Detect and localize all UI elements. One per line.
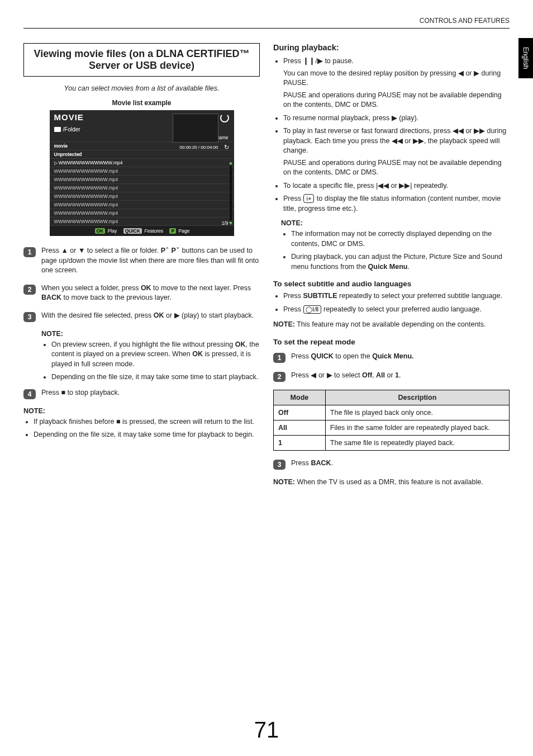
list-item: Depending on the file size, it may take … [34,430,260,440]
table-row: AllFiles in the same folder are repeated… [274,420,510,435]
table-header-mode: Mode [274,390,326,405]
step-number: 4 [23,389,36,399]
osd-page-count: 1/9 [222,220,229,226]
up-icon: ▲ [61,247,68,254]
table-row: OffThe file is played back only once. [274,405,510,420]
quick-key-icon: QUICK [123,228,142,234]
stop-icon: ■ [61,389,65,396]
note-heading: NOTE: [23,407,260,415]
repeat-step-2: 2 Press ◀ or ▶ to select Off, All or 1. [273,371,510,382]
osd-folder-label: /Folder [63,126,80,133]
list-item: Press i+ to display the file status info… [283,194,510,214]
play-icon: ▶ [174,311,180,319]
table-row: 1The same file is repeatedly played back… [274,435,510,450]
step-number: 2 [23,285,36,295]
list-item: To resume normal playback, press ▶ (play… [283,114,510,124]
loading-icon [220,114,229,122]
fastforward-icon: ▶▶ [413,137,424,145]
osd-row: WWWWWWWWWWWW.mp4 [50,209,234,218]
step-text: When you select a folder, press OK to mo… [41,284,260,303]
osd-row: Unprotected [50,150,234,159]
list-item: Press ◯Ⅰ/Ⅱ repeatedly to select your pre… [283,305,510,315]
osd-row: WWWWWWWWWWWW.mp4 [50,167,234,176]
mode-cell: 1 [274,435,326,450]
feature-title: Viewing movie files (on a DLNA CERTIFIED… [30,48,254,72]
list-item: Press ❙❙/▶ to pause. You can move to the… [283,56,510,110]
step-text: Press ▲ or ▼ to select a file or folder.… [41,246,260,276]
osd-row: WWWWWWWWWWWW.mp4 [50,184,234,192]
pause-play-icon: ❙❙/▶ [303,57,322,65]
page-section-header: CONTROLS AND FEATURES [23,17,510,29]
info-button-icon: i+ [303,194,314,203]
mode-cell: All [274,420,326,435]
right-icon: ▶ [327,371,332,379]
subtitle-audio-heading: To select subtitle and audio languages [273,280,510,288]
desc-cell: Files in the same folder are repeatedly … [325,420,509,435]
list-item: Depending on the file size, it may take … [51,372,260,382]
note-heading: NOTE: [281,219,510,227]
down-icon: ▼ [78,247,85,254]
subtitle-audio-list: Press SUBTITLE repeatedly to select your… [273,291,510,314]
example-caption: Movie list example [23,99,260,107]
list-item: To play in fast reverse or fast forward … [283,126,510,178]
mode-cell: Off [274,405,326,420]
step-number: 1 [273,353,285,363]
note-list: If playback finishes before ■ is pressed… [23,417,260,440]
osd-row: WWWWWWWWWWWW.mp4 [50,192,234,201]
osd-page-label: Page [179,228,190,234]
playback-list: Press ❙❙/▶ to pause. You can move to the… [273,56,510,214]
osd-features-label: Features [144,228,163,234]
step-text: Press BACK. [291,459,333,470]
movie-list-osd: MOVIE /Folder 00:00:20 / 00:04:00 ↻ Sort… [50,110,234,236]
feature-intro: You can select movies from a list of ava… [23,84,260,92]
step-number: 3 [273,460,285,470]
left-icon: ◀ [458,69,464,77]
list-item: The information may not be correctly dis… [291,229,510,249]
up-chevron-icon: ˄ [165,247,169,254]
note-list: The information may not be correctly dis… [281,229,510,272]
skip-back-icon: |◀◀ [376,182,389,190]
osd-row: WWWWWWWWWWWW.mp4 [50,201,234,209]
step-text: Press ■ to stop playback. [41,388,120,399]
desc-cell: The file is played back only once. [325,405,509,420]
step-text: Press ◀ or ▶ to select Off, All or 1. [291,371,401,382]
language-tab: English [518,38,533,78]
step-3: 3 With the desired file selected, press … [23,311,260,322]
step-number: 3 [23,312,36,322]
fastforward-icon: ▶▶ [474,127,485,135]
osd-row-list: movieUnprotectedWWWWWWWWWWWW.mp4WWWWWWWW… [50,141,234,226]
step-number: 2 [273,372,285,382]
osd-row: WWWWWWWWWWWW.mp4 [50,159,234,167]
desc-cell: The same file is repeatedly played back. [325,435,509,450]
repeat-step-3: 3 Press BACK. [273,459,510,470]
repeat-icon: ↻ [224,144,229,151]
list-item: Press SUBTITLE repeatedly to select your… [283,291,510,301]
repeat-mode-heading: To set the repeat mode [273,338,510,346]
rewind-icon: ◀◀ [392,137,403,145]
step-number: 1 [23,247,36,257]
right-icon: ▶ [474,69,479,77]
note-list: On preview screen, if you highlight the … [41,340,260,382]
osd-preview-thumb [173,114,218,143]
play-icon: ▶ [392,114,397,122]
osd-title: MOVIE [54,112,84,122]
step-1: 1 Press ▲ or ▼ to select a file or folde… [23,246,260,276]
repeat-note: NOTE: When the TV is used as a DMR, this… [273,478,510,488]
osd-play-label: Play [108,228,117,234]
step-text: With the desired file selected, press OK… [41,311,254,322]
osd-time: 00:00:20 / 00:04:00 [180,145,218,150]
skip-forward-icon: ▶▶| [399,182,412,190]
feature-title-box: Viewing movie files (on a DLNA CERTIFIED… [23,43,260,77]
osd-row: WWWWWWWWWWWW.mp4 [50,176,234,184]
table-header-desc: Description [325,390,509,405]
osd-scrollbar [229,162,232,225]
step-4: 4 Press ■ to stop playback. [23,388,260,399]
list-item: To locate a specific file, press |◀◀ or … [283,181,510,191]
list-item: On preview screen, if you highlight the … [51,340,260,370]
p-key-icon: P [169,228,176,234]
folder-icon [54,127,61,132]
step-text: Press QUICK to open the Quick Menu. [291,352,414,363]
repeat-mode-table: Mode Description OffThe file is played b… [273,390,510,451]
page-number: 71 [0,717,533,743]
audio-track-icon: ◯Ⅰ/Ⅱ [303,305,321,314]
